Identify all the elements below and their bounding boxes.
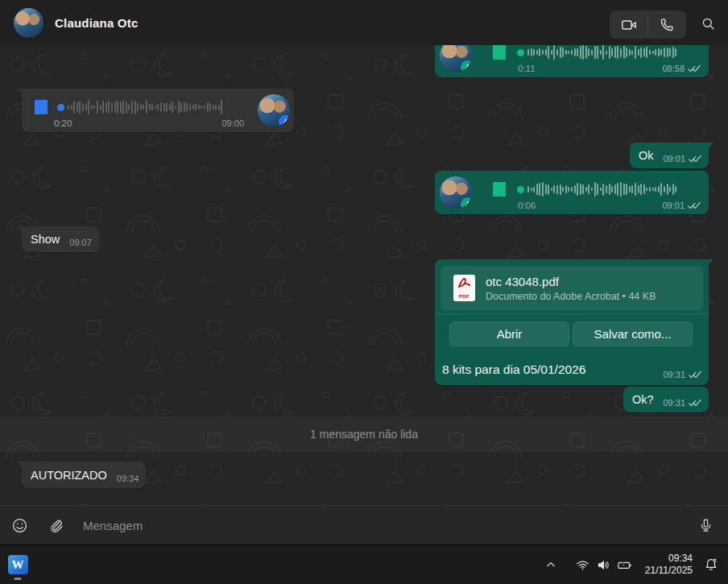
voice-duration: 0:11 — [518, 64, 536, 73]
message-text: Show — [31, 232, 60, 247]
pdf-file-icon: PDF — [453, 275, 475, 301]
taskbar-word-app[interactable]: W — [2, 549, 34, 581]
unread-messages-divider: 1 mensagem não lida — [0, 416, 728, 452]
message-time: 09:01 — [662, 201, 685, 210]
sender-avatar — [440, 45, 472, 72]
speaker-icon — [597, 558, 610, 572]
voice-message-outgoing-2[interactable]: 0:06 09:01 — [435, 171, 709, 214]
network-button[interactable] — [573, 554, 594, 575]
playback-position-dot[interactable] — [517, 49, 524, 56]
voice-message-incoming-1[interactable]: 0:20 09:00 — [22, 89, 294, 132]
pdf-icon-label: PDF — [459, 294, 470, 299]
clock-date: 21/11/2025 — [645, 565, 693, 577]
playback-position-dot[interactable] — [57, 104, 64, 111]
document-caption: 8 kits para dia 05/01/2026 — [442, 362, 585, 377]
play-icon[interactable] — [493, 182, 506, 197]
notifications-button[interactable] — [701, 554, 722, 575]
sender-avatar — [258, 94, 290, 126]
document-divider — [435, 313, 709, 314]
emoji-smiley-icon — [11, 517, 28, 534]
message-input[interactable] — [83, 519, 696, 532]
voice-message-outgoing-1[interactable]: 0:11 08:58 — [435, 45, 709, 77]
battery-button[interactable] — [614, 554, 635, 575]
chat-header: Claudiana Otc — [0, 0, 728, 45]
delivered-checks-icon — [688, 201, 701, 210]
tray-overflow-button[interactable] — [540, 554, 561, 575]
text-message-outgoing-ok[interactable]: Ok 09:01 — [630, 143, 709, 168]
unread-divider-label: 1 mensagem não lida — [310, 428, 418, 441]
notification-bell-icon — [704, 557, 718, 572]
delivered-checks-icon — [688, 64, 701, 73]
search-button[interactable] — [699, 14, 717, 32]
paperclip-icon — [48, 517, 64, 533]
open-document-button[interactable]: Abrir — [449, 321, 569, 346]
voice-waveform[interactable] — [68, 98, 243, 116]
windows-taskbar: W 09:34 — [0, 545, 728, 584]
video-call-button[interactable] — [610, 10, 647, 39]
message-time: 09:34 — [117, 474, 139, 483]
delivered-checks-icon — [689, 155, 701, 164]
delivered-checks-icon — [689, 371, 701, 379]
volume-button[interactable] — [594, 554, 614, 575]
emoji-button[interactable] — [10, 516, 29, 535]
contact-name[interactable]: Claudiana Otc — [55, 16, 138, 30]
battery-charging-icon — [617, 557, 632, 573]
attach-button[interactable] — [46, 516, 65, 535]
word-icon-letter: W — [12, 558, 24, 572]
word-icon: W — [8, 555, 28, 574]
document-card[interactable]: PDF otc 43048.pdf Documento do Adobe Acr… — [441, 266, 703, 310]
voice-waveform[interactable] — [527, 45, 698, 61]
record-voice-button[interactable] — [696, 516, 715, 535]
voice-duration: 0:06 — [518, 201, 536, 210]
document-message-outgoing[interactable]: PDF otc 43048.pdf Documento do Adobe Acr… — [435, 259, 709, 385]
wifi-icon — [576, 558, 589, 572]
voice-call-button[interactable] — [648, 10, 686, 39]
message-time: 08:58 — [662, 64, 685, 73]
document-filename: otc 43048.pdf — [486, 275, 656, 288]
whatsapp-window: Claudiana Otc — [0, 0, 728, 584]
document-meta: Documento do Adobe Acrobat • 44 KB — [486, 291, 656, 302]
chevron-up-icon — [545, 559, 556, 570]
text-message-outgoing-ok2[interactable]: Ok? 09:31 — [623, 387, 709, 412]
play-icon[interactable] — [493, 45, 506, 60]
play-icon[interactable] — [35, 100, 48, 114]
taskbar-clock[interactable]: 09:34 21/11/2025 — [645, 553, 693, 577]
phone-icon — [660, 17, 675, 32]
video-camera-icon — [620, 16, 638, 34]
text-message-incoming-autorizado[interactable]: AUTORIZADO 09:34 — [22, 462, 146, 488]
voice-waveform[interactable] — [527, 180, 698, 198]
call-button-group — [610, 10, 686, 39]
system-tray: 09:34 21/11/2025 — [540, 545, 728, 584]
message-text: Ok — [639, 148, 654, 164]
message-time: 09:01 — [663, 154, 685, 164]
message-time: 09:00 — [221, 118, 244, 128]
message-text: AUTORIZADO — [31, 468, 107, 483]
sender-avatar — [440, 176, 472, 209]
delivered-checks-icon — [689, 399, 701, 408]
mic-badge-icon — [461, 60, 472, 72]
search-icon — [701, 16, 716, 31]
save-as-button[interactable]: Salvar como... — [573, 321, 693, 346]
message-list: 0:11 08:58 0:20 09:00 — [0, 45, 728, 505]
contact-avatar[interactable] — [14, 8, 43, 38]
running-app-indicator — [14, 578, 22, 580]
clock-time: 09:34 — [645, 553, 693, 565]
message-composer — [0, 505, 728, 545]
message-time: 09:31 — [663, 398, 685, 408]
voice-duration: 0:20 — [54, 118, 72, 128]
mic-badge-icon — [461, 197, 472, 209]
message-text: Ok? — [632, 392, 654, 408]
playback-position-dot[interactable] — [517, 186, 524, 193]
message-time: 09:07 — [69, 238, 92, 247]
message-time: 09:31 — [663, 370, 685, 379]
microphone-icon — [698, 518, 714, 533]
text-message-incoming-show[interactable]: Show 09:07 — [22, 226, 99, 252]
mic-badge-icon — [279, 115, 290, 126]
